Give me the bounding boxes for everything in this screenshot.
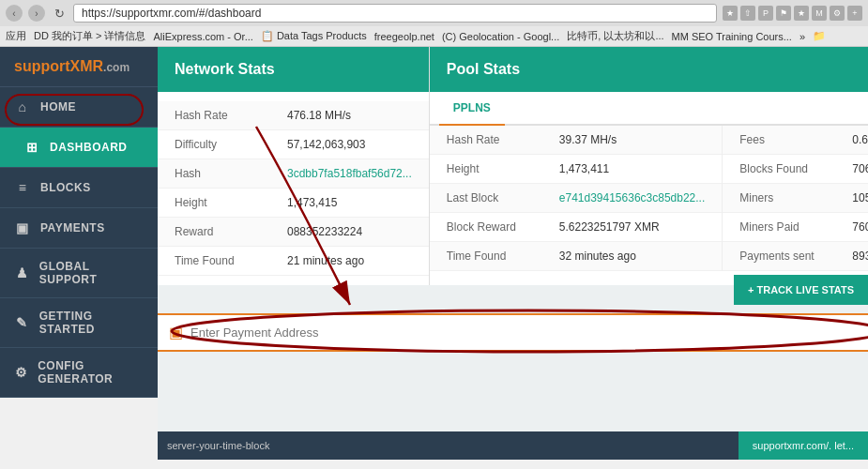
pool-stats-columns: Hash Rate 39.37 MH/s Height 1,473,411 La… bbox=[430, 126, 868, 271]
network-hash-rate-value: 476.18 MH/s bbox=[287, 109, 412, 122]
star-icon: ★ bbox=[723, 6, 738, 21]
pool-miners-paid-row: Miners Paid 7602 bbox=[723, 213, 868, 242]
pool-time-found-label: Time Found bbox=[447, 250, 559, 263]
payments-icon: ▣ bbox=[14, 219, 31, 236]
network-height-label: Height bbox=[175, 196, 287, 209]
home-icon: ⌂ bbox=[14, 98, 31, 115]
sidebar-item-dashboard[interactable]: ⊞ DASHBOARD bbox=[0, 128, 158, 168]
sidebar-label-config: CONFIG GENERATOR bbox=[38, 359, 144, 386]
pool-last-block-value: e741d39415636c3c85db22... bbox=[559, 191, 705, 204]
network-stats-title: Network Stats bbox=[175, 61, 275, 77]
pool-stats-left: Hash Rate 39.37 MH/s Height 1,473,411 La… bbox=[430, 126, 723, 271]
bookmark-ali[interactable]: AliExpress.com - Or... bbox=[153, 31, 252, 42]
logo-domain: .com bbox=[103, 61, 129, 74]
pool-miners-paid-label: Miners Paid bbox=[739, 220, 852, 234]
stats-row: Network Stats Hash Rate 476.18 MH/s Diff… bbox=[158, 47, 868, 285]
bookmark-apps[interactable]: 应用 bbox=[6, 29, 26, 43]
bookmark-datatags[interactable]: 📋 Data Tags Products bbox=[261, 30, 367, 42]
payment-field-icon: ▣ bbox=[169, 324, 183, 341]
bottom-green-text: supportxmr.com/. let... bbox=[753, 440, 854, 451]
logo: supportXMR.com bbox=[0, 47, 158, 87]
network-time-found-row: Time Found 21 minutes ago bbox=[158, 247, 429, 276]
pool-fees-value: 0.6 % bbox=[852, 133, 868, 146]
sidebar-item-blocks[interactable]: ≡ BLOCKS bbox=[0, 168, 158, 208]
bookmark-folder[interactable]: 📁 bbox=[813, 30, 826, 42]
bottom-status-text: server-your-time-block bbox=[167, 440, 269, 451]
back-button[interactable]: ‹ bbox=[6, 5, 23, 22]
forward-button[interactable]: › bbox=[28, 5, 45, 22]
p-icon: P bbox=[758, 6, 773, 21]
tab-pplns[interactable]: PPLNS bbox=[439, 92, 505, 126]
bookmark-geolocation[interactable]: (C) Geolocation - Googl... bbox=[442, 31, 559, 42]
sidebar-item-global-support[interactable]: ♟ GLOBAL SUPPORT bbox=[0, 249, 158, 298]
bookmarks-bar: 应用 DD 我的订单 > 详情信息 AliExpress.com - Or...… bbox=[0, 26, 868, 47]
bookmark-seo[interactable]: MM SEO Training Cours... bbox=[672, 31, 792, 42]
logo-text: supportXMR.com bbox=[14, 58, 129, 74]
ext-icon5: + bbox=[847, 6, 862, 21]
pool-payments-sent-label: Payments sent bbox=[739, 250, 852, 263]
pool-stats-header: Pool Stats bbox=[430, 47, 868, 92]
network-stats-header: Network Stats bbox=[158, 47, 429, 92]
network-hash-rate-label: Hash Rate bbox=[175, 109, 287, 122]
sidebar-item-payments[interactable]: ▣ PAYMENTS bbox=[0, 208, 158, 249]
pool-time-found-row: Time Found 32 minutes ago bbox=[430, 242, 722, 271]
pool-last-block-label: Last Block bbox=[447, 191, 559, 204]
bottom-green-bar: supportxmr.com/. let... bbox=[739, 431, 868, 460]
url-text: https://supportxmr.com/#/dashboard bbox=[82, 7, 261, 20]
tab-solo[interactable] bbox=[505, 92, 533, 126]
sidebar-item-home[interactable]: ⌂ HOME bbox=[0, 87, 158, 128]
pool-block-reward-row: Block Reward 5.6223251797 XMR bbox=[430, 213, 722, 242]
dashboard-icon: ⊞ bbox=[23, 139, 40, 156]
pool-miners-paid-value: 7602 bbox=[852, 220, 868, 234]
pool-hash-rate-value: 39.37 MH/s bbox=[559, 133, 705, 146]
pool-blocks-found-value: 7068 bbox=[852, 162, 868, 175]
pool-block-reward-value: 5.6223251797 XMR bbox=[559, 220, 705, 234]
pool-last-block-row: Last Block e741d39415636c3c85db22... bbox=[430, 184, 722, 213]
network-reward-row: Reward 088352233224 bbox=[158, 218, 429, 247]
address-bar[interactable]: https://supportxmr.com/#/dashboard bbox=[73, 4, 717, 23]
pool-payments-sent-value: 8939 bbox=[852, 250, 868, 263]
pool-height-label: Height bbox=[447, 162, 559, 175]
logo-accent: XMR bbox=[70, 58, 104, 74]
sidebar-item-config-generator[interactable]: ⚙ CONFIG GENERATOR bbox=[0, 348, 158, 398]
bookmark-orders[interactable]: DD 我的订单 > 详情信息 bbox=[34, 29, 145, 43]
pool-time-found-value: 32 minutes ago bbox=[559, 250, 705, 263]
blocks-icon: ≡ bbox=[14, 179, 31, 196]
sidebar-item-getting-started[interactable]: ✎ GETTING STARTED bbox=[0, 298, 158, 348]
pool-hash-rate-row: Hash Rate 39.37 MH/s bbox=[430, 126, 722, 155]
pool-height-row: Height 1,473,411 bbox=[430, 155, 722, 184]
bookmark-bitcoin[interactable]: 比特币, 以太坊和以... bbox=[567, 29, 663, 43]
ext-icon2: ★ bbox=[794, 6, 809, 21]
config-icon: ⚙ bbox=[14, 364, 28, 381]
network-hash-label: Hash bbox=[175, 167, 287, 180]
network-time-found-value: 21 minutes ago bbox=[287, 254, 412, 267]
pool-blocks-found-label: Blocks Found bbox=[739, 162, 852, 175]
refresh-button[interactable]: ↻ bbox=[51, 5, 68, 22]
sidebar-label-support: GLOBAL SUPPORT bbox=[39, 260, 144, 286]
network-hash-value: 3cdbb7fa518fbaf56d72... bbox=[287, 167, 412, 180]
network-hash-rate-row: Hash Rate 476.18 MH/s bbox=[158, 101, 429, 130]
sidebar: supportXMR.com ⌂ HOME ⊞ DASHBOARD ≡ BLOC… bbox=[0, 47, 158, 398]
pool-stats-panel: Pool Stats PPLNS Hash Rate bbox=[430, 47, 868, 285]
payment-address-bar[interactable]: ▣ bbox=[158, 313, 868, 352]
browser-toolbar-icons: ★ ⇧ P ⚑ ★ M ⚙ + bbox=[723, 6, 862, 21]
pool-stats-title: Pool Stats bbox=[447, 61, 520, 77]
browser-toolbar: ‹ › ↻ https://supportxmr.com/#/dashboard… bbox=[0, 0, 868, 26]
pool-fees-row: Fees 0.6 % bbox=[723, 126, 868, 155]
track-btn-label: + TRACK LIVE STATS bbox=[748, 284, 854, 295]
pool-height-value: 1,473,411 bbox=[559, 162, 705, 175]
sidebar-label-home: HOME bbox=[40, 100, 76, 113]
pool-hash-rate-label: Hash Rate bbox=[447, 133, 559, 146]
network-time-found-label: Time Found bbox=[175, 254, 287, 267]
track-live-stats-button[interactable]: + TRACK LIVE STATS bbox=[734, 275, 868, 305]
network-stats-panel: Network Stats Hash Rate 476.18 MH/s Diff… bbox=[158, 47, 430, 285]
app-layout: supportXMR.com ⌂ HOME ⊞ DASHBOARD ≡ BLOC… bbox=[0, 47, 868, 460]
payment-address-input[interactable] bbox=[190, 325, 857, 340]
bottom-status-bar: server-your-time-block bbox=[158, 431, 739, 460]
pool-miners-row: Miners 10515 bbox=[723, 184, 868, 213]
pool-block-reward-label: Block Reward bbox=[447, 220, 559, 234]
ext-icon3: M bbox=[812, 6, 827, 21]
sidebar-label-getting-started: GETTING STARTED bbox=[39, 310, 144, 336]
bookmark-freegeo[interactable]: freegeolp.net bbox=[374, 31, 434, 42]
bookmark-more[interactable]: » bbox=[799, 31, 805, 42]
